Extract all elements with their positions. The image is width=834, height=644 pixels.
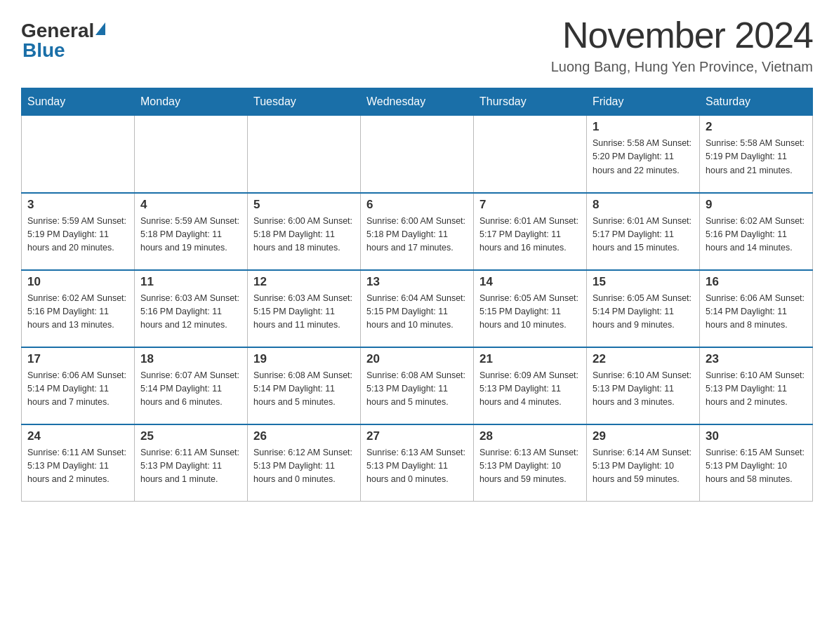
cell-sun-info: Sunrise: 6:05 AM Sunset: 5:14 PM Dayligh… — [593, 292, 694, 333]
weekday-header-monday: Monday — [135, 88, 248, 116]
cell-sun-info: Sunrise: 6:01 AM Sunset: 5:17 PM Dayligh… — [479, 215, 581, 255]
cell-day-number: 1 — [593, 120, 694, 134]
cell-sun-info: Sunrise: 6:07 AM Sunset: 5:14 PM Dayligh… — [140, 369, 241, 410]
calendar-cell: 12Sunrise: 6:03 AM Sunset: 5:15 PM Dayli… — [248, 270, 361, 347]
cell-day-number: 27 — [366, 429, 468, 443]
cell-day-number: 28 — [479, 429, 581, 443]
cell-day-number: 5 — [253, 198, 355, 212]
cell-sun-info: Sunrise: 5:59 AM Sunset: 5:18 PM Dayligh… — [140, 215, 241, 255]
cell-day-number: 2 — [706, 120, 807, 134]
calendar-cell: 28Sunrise: 6:13 AM Sunset: 5:13 PM Dayli… — [474, 424, 587, 502]
calendar-cell: 7Sunrise: 6:01 AM Sunset: 5:17 PM Daylig… — [474, 193, 587, 270]
cell-sun-info: Sunrise: 6:10 AM Sunset: 5:13 PM Dayligh… — [706, 369, 807, 410]
page-header: General Blue November 2024 Luong Bang, H… — [21, 14, 813, 75]
cell-sun-info: Sunrise: 6:11 AM Sunset: 5:13 PM Dayligh… — [27, 446, 128, 487]
cell-sun-info: Sunrise: 6:00 AM Sunset: 5:18 PM Dayligh… — [253, 215, 355, 255]
calendar-table: SundayMondayTuesdayWednesdayThursdayFrid… — [21, 88, 813, 502]
cell-day-number: 25 — [140, 429, 241, 443]
calendar-week-row: 3Sunrise: 5:59 AM Sunset: 5:19 PM Daylig… — [22, 193, 813, 270]
calendar-cell: 30Sunrise: 6:15 AM Sunset: 5:13 PM Dayli… — [700, 424, 813, 502]
calendar-cell: 22Sunrise: 6:10 AM Sunset: 5:13 PM Dayli… — [587, 347, 700, 424]
cell-sun-info: Sunrise: 6:14 AM Sunset: 5:13 PM Dayligh… — [593, 446, 694, 487]
cell-day-number: 4 — [140, 198, 241, 212]
cell-day-number: 20 — [366, 352, 468, 366]
cell-day-number: 3 — [27, 198, 128, 212]
cell-sun-info: Sunrise: 5:58 AM Sunset: 5:19 PM Dayligh… — [706, 137, 807, 177]
cell-day-number: 14 — [479, 275, 581, 289]
location-title: Luong Bang, Hung Yen Province, Vietnam — [551, 59, 813, 75]
logo-general: General — [21, 21, 94, 41]
cell-day-number: 10 — [27, 275, 128, 289]
cell-day-number: 8 — [593, 198, 694, 212]
cell-sun-info: Sunrise: 6:03 AM Sunset: 5:15 PM Dayligh… — [253, 292, 355, 333]
cell-sun-info: Sunrise: 6:08 AM Sunset: 5:14 PM Dayligh… — [253, 369, 355, 410]
calendar-cell: 11Sunrise: 6:03 AM Sunset: 5:16 PM Dayli… — [135, 270, 248, 347]
cell-sun-info: Sunrise: 6:02 AM Sunset: 5:16 PM Dayligh… — [27, 292, 128, 333]
calendar-cell: 27Sunrise: 6:13 AM Sunset: 5:13 PM Dayli… — [361, 424, 474, 502]
calendar-cell: 2Sunrise: 5:58 AM Sunset: 5:19 PM Daylig… — [700, 116, 813, 193]
calendar-cell: 1Sunrise: 5:58 AM Sunset: 5:20 PM Daylig… — [587, 116, 700, 193]
cell-day-number: 23 — [706, 352, 807, 366]
cell-sun-info: Sunrise: 6:05 AM Sunset: 5:15 PM Dayligh… — [479, 292, 581, 333]
cell-sun-info: Sunrise: 5:59 AM Sunset: 5:19 PM Dayligh… — [27, 215, 128, 255]
cell-sun-info: Sunrise: 6:02 AM Sunset: 5:16 PM Dayligh… — [706, 215, 807, 255]
calendar-cell: 6Sunrise: 6:00 AM Sunset: 5:18 PM Daylig… — [361, 193, 474, 270]
weekday-header-thursday: Thursday — [474, 88, 587, 116]
cell-day-number: 7 — [479, 198, 581, 212]
logo: General Blue — [21, 14, 107, 62]
calendar-cell: 26Sunrise: 6:12 AM Sunset: 5:13 PM Dayli… — [248, 424, 361, 502]
calendar-cell: 19Sunrise: 6:08 AM Sunset: 5:14 PM Dayli… — [248, 347, 361, 424]
calendar-cell: 15Sunrise: 6:05 AM Sunset: 5:14 PM Dayli… — [587, 270, 700, 347]
calendar-cell: 29Sunrise: 6:14 AM Sunset: 5:13 PM Dayli… — [587, 424, 700, 502]
cell-day-number: 12 — [253, 275, 355, 289]
logo-triangle-icon — [95, 22, 105, 35]
calendar-cell: 24Sunrise: 6:11 AM Sunset: 5:13 PM Dayli… — [22, 424, 135, 502]
cell-sun-info: Sunrise: 6:13 AM Sunset: 5:13 PM Dayligh… — [479, 446, 581, 487]
cell-sun-info: Sunrise: 6:06 AM Sunset: 5:14 PM Dayligh… — [706, 292, 807, 333]
calendar-cell: 20Sunrise: 6:08 AM Sunset: 5:13 PM Dayli… — [361, 347, 474, 424]
calendar-cell — [135, 116, 248, 193]
cell-sun-info: Sunrise: 6:00 AM Sunset: 5:18 PM Dayligh… — [366, 215, 468, 255]
calendar-cell: 25Sunrise: 6:11 AM Sunset: 5:13 PM Dayli… — [135, 424, 248, 502]
cell-day-number: 16 — [706, 275, 807, 289]
cell-sun-info: Sunrise: 6:12 AM Sunset: 5:13 PM Dayligh… — [253, 446, 355, 487]
cell-sun-info: Sunrise: 6:04 AM Sunset: 5:15 PM Dayligh… — [366, 292, 468, 333]
calendar-cell — [474, 116, 587, 193]
calendar-cell: 21Sunrise: 6:09 AM Sunset: 5:13 PM Dayli… — [474, 347, 587, 424]
cell-day-number: 15 — [593, 275, 694, 289]
weekday-header-tuesday: Tuesday — [248, 88, 361, 116]
cell-day-number: 9 — [706, 198, 807, 212]
cell-day-number: 29 — [593, 429, 694, 443]
cell-sun-info: Sunrise: 6:08 AM Sunset: 5:13 PM Dayligh… — [366, 369, 468, 410]
cell-day-number: 6 — [366, 198, 468, 212]
calendar-cell: 17Sunrise: 6:06 AM Sunset: 5:14 PM Dayli… — [22, 347, 135, 424]
calendar-cell: 5Sunrise: 6:00 AM Sunset: 5:18 PM Daylig… — [248, 193, 361, 270]
cell-sun-info: Sunrise: 6:01 AM Sunset: 5:17 PM Dayligh… — [593, 215, 694, 255]
cell-day-number: 13 — [366, 275, 468, 289]
cell-sun-info: Sunrise: 6:15 AM Sunset: 5:13 PM Dayligh… — [706, 446, 807, 487]
cell-day-number: 11 — [140, 275, 241, 289]
calendar-cell: 10Sunrise: 6:02 AM Sunset: 5:16 PM Dayli… — [22, 270, 135, 347]
cell-day-number: 18 — [140, 352, 241, 366]
logo-blue: Blue — [22, 39, 65, 61]
calendar-cell: 14Sunrise: 6:05 AM Sunset: 5:15 PM Dayli… — [474, 270, 587, 347]
cell-day-number: 21 — [479, 352, 581, 366]
calendar-week-row: 1Sunrise: 5:58 AM Sunset: 5:20 PM Daylig… — [22, 116, 813, 193]
logo-text: General — [21, 21, 107, 41]
weekday-header-sunday: Sunday — [22, 88, 135, 116]
calendar-cell: 8Sunrise: 6:01 AM Sunset: 5:17 PM Daylig… — [587, 193, 700, 270]
cell-day-number: 30 — [706, 429, 807, 443]
cell-day-number: 22 — [593, 352, 694, 366]
weekday-header-friday: Friday — [587, 88, 700, 116]
calendar-week-row: 10Sunrise: 6:02 AM Sunset: 5:16 PM Dayli… — [22, 270, 813, 347]
calendar-cell: 9Sunrise: 6:02 AM Sunset: 5:16 PM Daylig… — [700, 193, 813, 270]
title-area: November 2024 Luong Bang, Hung Yen Provi… — [551, 14, 813, 75]
cell-sun-info: Sunrise: 6:11 AM Sunset: 5:13 PM Dayligh… — [140, 446, 241, 487]
calendar-cell: 18Sunrise: 6:07 AM Sunset: 5:14 PM Dayli… — [135, 347, 248, 424]
calendar-cell — [248, 116, 361, 193]
cell-day-number: 26 — [253, 429, 355, 443]
cell-sun-info: Sunrise: 6:06 AM Sunset: 5:14 PM Dayligh… — [27, 369, 128, 410]
calendar-cell: 16Sunrise: 6:06 AM Sunset: 5:14 PM Dayli… — [700, 270, 813, 347]
calendar-cell: 13Sunrise: 6:04 AM Sunset: 5:15 PM Dayli… — [361, 270, 474, 347]
cell-sun-info: Sunrise: 6:03 AM Sunset: 5:16 PM Dayligh… — [140, 292, 241, 333]
